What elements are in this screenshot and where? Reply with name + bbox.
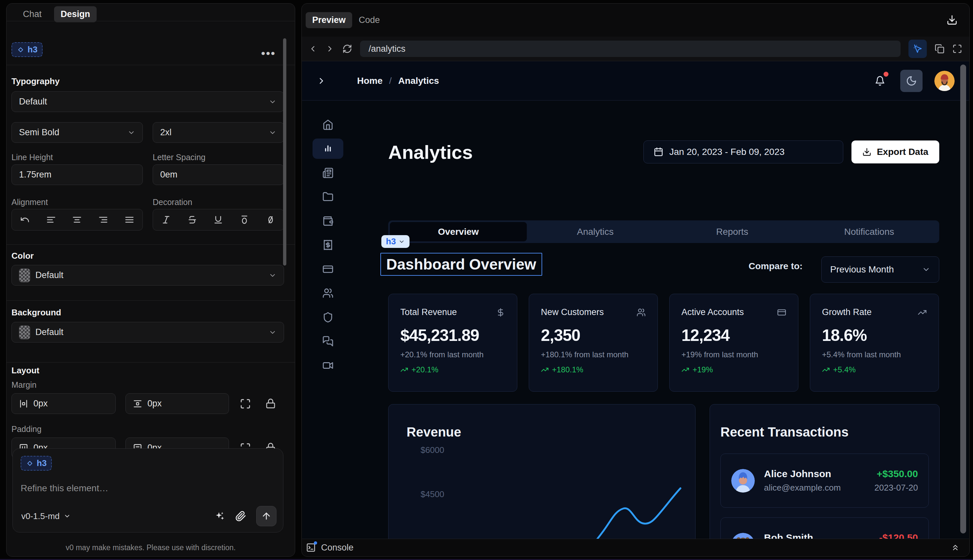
preview-scrollbar[interactable]	[960, 65, 966, 533]
user-avatar[interactable]	[935, 71, 955, 91]
transaction-date: 2023-07-20	[875, 483, 918, 493]
diamond-icon	[26, 460, 34, 467]
url-input[interactable]: /analytics	[360, 41, 901, 57]
font-select[interactable]: Default	[12, 92, 284, 112]
more-options-button[interactable]: •••	[261, 47, 276, 60]
tab-chat[interactable]: Chat	[17, 6, 48, 22]
align-left-icon[interactable]	[46, 215, 56, 225]
font-weight-select[interactable]: Semi Bold	[12, 122, 143, 143]
margin-lock-icon[interactable]	[265, 398, 276, 409]
no-decoration-icon[interactable]	[266, 215, 275, 225]
export-data-button[interactable]: Export Data	[851, 140, 939, 163]
composer-input[interactable]: Refine this element…	[21, 483, 275, 493]
arrow-up-icon	[261, 511, 272, 522]
transactions-card: Recent Transactions Alice Johnson alice@…	[709, 404, 940, 539]
align-justify-icon[interactable]	[125, 215, 134, 225]
compare-select[interactable]: Previous Month	[821, 257, 939, 283]
nav-video[interactable]	[312, 355, 343, 376]
bar-chart-icon	[322, 143, 334, 154]
back-icon[interactable]	[308, 44, 317, 53]
folder-icon	[322, 191, 334, 202]
letter-spacing-input[interactable]: 0em	[153, 164, 284, 185]
color-select[interactable]: Default	[12, 265, 284, 285]
fullscreen-icon[interactable]	[952, 44, 962, 54]
app-header: Home / Analytics	[302, 61, 969, 100]
align-center-icon[interactable]	[72, 215, 82, 225]
background-select[interactable]: Default	[12, 322, 284, 343]
stat-card-total-revenue[interactable]: Total Revenue $45,231.89 +20.1% from las…	[388, 294, 517, 392]
nav-home[interactable]	[312, 115, 343, 135]
tab-design[interactable]: Design	[54, 6, 97, 22]
sidebar-scrollbar[interactable]	[283, 38, 286, 266]
selected-element-badge[interactable]: h3	[12, 42, 43, 57]
tab-code[interactable]: Code	[352, 12, 387, 28]
italic-icon[interactable]	[161, 215, 171, 225]
nav-security[interactable]	[312, 307, 343, 327]
nav-messages[interactable]	[312, 331, 343, 352]
nav-invoices[interactable]	[312, 235, 343, 255]
tab-preview[interactable]: Preview	[305, 12, 352, 28]
transaction-row[interactable]: Bob Smith bob@example.com -$120.50 2023-…	[720, 517, 929, 539]
underline-icon[interactable]	[213, 215, 223, 225]
compare-label: Compare to:	[749, 261, 803, 272]
chevron-down-icon	[922, 265, 930, 274]
sidebar-toggle-icon[interactable]	[317, 76, 326, 86]
nav-cards[interactable]	[312, 259, 343, 279]
chevron-down-icon	[269, 98, 277, 106]
align-right-icon[interactable]	[98, 215, 108, 225]
home-icon	[322, 119, 334, 130]
chevron-down-icon	[398, 238, 405, 245]
tab-overview[interactable]: Overview	[390, 222, 527, 242]
sidebar-tabbar: Chat Design	[17, 6, 97, 22]
date-range-button[interactable]: Jan 20, 2023 - Feb 09, 2023	[643, 140, 843, 163]
selected-heading[interactable]: Dashboard Overview	[381, 253, 542, 276]
stat-card-growth-rate[interactable]: Growth Rate 18.6% +5.4% from last month …	[810, 294, 939, 392]
paperclip-icon[interactable]	[235, 510, 246, 522]
margin-vertical-icon	[133, 399, 142, 408]
overline-icon[interactable]	[239, 215, 249, 225]
transaction-row[interactable]: Alice Johnson alice@example.com +$350.00…	[720, 453, 929, 508]
submit-button[interactable]	[256, 506, 277, 526]
font-size-select[interactable]: 2xl	[153, 122, 284, 143]
notifications-button[interactable]	[875, 76, 885, 86]
selection-tag-badge[interactable]: h3	[381, 235, 409, 248]
nav-analytics[interactable]	[312, 138, 343, 159]
stat-card-active-accounts[interactable]: Active Accounts 12,234 +19% from last mo…	[669, 294, 798, 392]
inspect-cursor-button[interactable]	[908, 40, 927, 58]
line-height-input[interactable]: 1.75rem	[12, 164, 143, 185]
avatar-bob	[731, 533, 755, 539]
margin-x-input[interactable]: 0px	[12, 393, 116, 414]
credit-card-icon	[322, 263, 334, 275]
breadcrumb-home[interactable]: Home	[357, 76, 383, 86]
tab-reports[interactable]: Reports	[664, 222, 801, 242]
refresh-icon[interactable]	[342, 44, 352, 54]
copy-icon[interactable]	[935, 44, 945, 54]
design-sidebar: Chat Design h3 ••• Typography Default Se…	[6, 3, 295, 557]
console-bar[interactable]: Console	[302, 539, 969, 556]
revenue-line-chart	[389, 405, 696, 539]
trending-up-icon	[681, 366, 689, 374]
background-section-title: Background	[12, 308, 61, 318]
chevron-down-icon	[269, 272, 277, 279]
model-selector[interactable]: v0-1.5-md	[21, 511, 71, 522]
download-icon[interactable]	[946, 14, 958, 25]
nav-files[interactable]	[312, 187, 343, 207]
tab-analytics[interactable]: Analytics	[527, 222, 664, 242]
sparkles-icon[interactable]	[214, 510, 225, 522]
download-icon	[862, 147, 871, 157]
nav-wallet[interactable]	[312, 211, 343, 231]
tab-notifications[interactable]: Notifications	[801, 222, 938, 242]
padding-label: Padding	[12, 424, 42, 434]
composer-element-badge[interactable]: h3	[21, 456, 52, 471]
undo-icon[interactable]	[20, 215, 30, 225]
strikethrough-icon[interactable]	[187, 215, 197, 225]
margin-y-input[interactable]: 0px	[125, 393, 229, 414]
nav-customers[interactable]	[312, 283, 343, 303]
nav-news[interactable]	[312, 163, 343, 183]
stat-card-new-customers[interactable]: New Customers 2,350 +180.1% from last mo…	[529, 294, 658, 392]
margin-expand-icon[interactable]	[240, 398, 251, 409]
receipt-icon	[322, 239, 334, 250]
theme-toggle-button[interactable]	[900, 70, 923, 92]
chevrons-up-icon[interactable]	[951, 543, 960, 552]
forward-icon[interactable]	[325, 44, 334, 53]
